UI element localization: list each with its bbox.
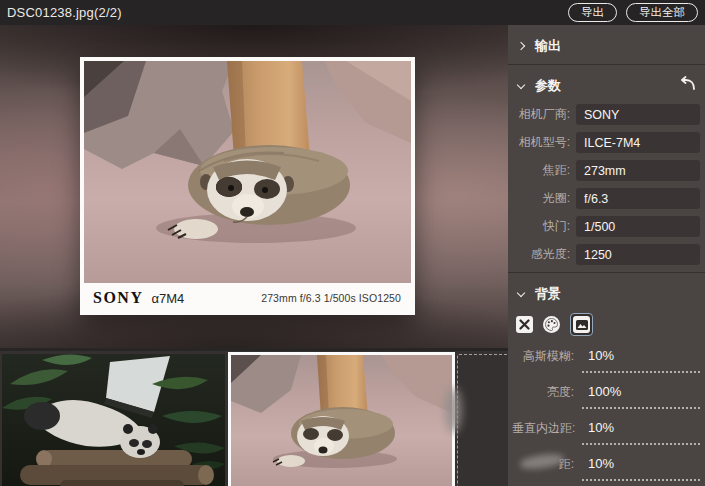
iso-input[interactable] (576, 244, 700, 265)
slider-horizontal-padding: 距: 10% (508, 454, 705, 481)
thumbnail-meerkat-selected[interactable] (228, 352, 455, 486)
aperture-input[interactable] (576, 188, 700, 209)
settings-sidebar: 输出 参数 相机厂商: 相机型号: 焦距: 光圈: 快门: 感光度: 背景 (508, 25, 705, 486)
shutter-input[interactable] (576, 216, 700, 237)
filename-title: DSC01238.jpg(2/2) (7, 5, 122, 20)
panel-params[interactable]: 参数 (508, 65, 705, 104)
palette-icon (544, 317, 559, 332)
bg-mode-color-button[interactable] (543, 316, 560, 333)
slider-gaussian-blur: 高斯模糊: 10% (508, 346, 705, 373)
field-aperture: 光圈: (508, 188, 705, 209)
field-focal-length: 焦距: (508, 160, 705, 181)
field-iso-label: 感光度: (512, 246, 570, 263)
vertical-padding-value: 10% (588, 420, 614, 435)
camera-model-input[interactable] (576, 132, 700, 153)
empty-thumbnail-slot[interactable] (457, 354, 508, 486)
bg-mode-image-button-selected[interactable] (570, 313, 593, 336)
camera-maker-input[interactable] (576, 104, 700, 125)
slider-vertical-padding: 垂直内边距: 10% (508, 418, 705, 445)
filmstrip (0, 348, 508, 486)
horizontal-padding-value: 10% (588, 456, 614, 471)
chevron-down-icon (517, 80, 525, 88)
focal-length-input[interactable] (576, 160, 700, 181)
exif-text: 273mm f/6.3 1/500s ISO1250 (261, 292, 401, 304)
panel-output-label: 输出 (535, 37, 561, 55)
meerkat-photo (84, 61, 411, 283)
x-icon (519, 319, 530, 330)
export-all-button[interactable]: 导出全部 (626, 3, 698, 22)
framed-photo-card: SONY α7M4 273mm f/6.3 1/500s ISO1250 (80, 57, 415, 315)
field-shutter-label: 快门: (512, 218, 570, 235)
gaussian-blur-label: 高斯模糊: (512, 346, 574, 365)
brightness-value: 100% (588, 384, 621, 399)
panel-params-label: 参数 (535, 77, 561, 95)
undo-icon[interactable] (679, 76, 695, 90)
thumbnail-panda[interactable] (2, 354, 225, 486)
smudge-artifact (445, 387, 462, 433)
field-focal-length-label: 焦距: (512, 162, 570, 179)
field-shutter: 快门: (508, 216, 705, 237)
chevron-right-icon (517, 42, 525, 50)
image-blur-mode (573, 316, 590, 333)
field-iso: 感光度: (508, 244, 705, 265)
background-mode-switcher (508, 312, 705, 346)
export-button[interactable]: 导出 (568, 3, 617, 22)
panel-background-label: 背景 (535, 285, 561, 303)
chevron-down-icon (517, 288, 525, 296)
brand-logo: SONY (93, 289, 143, 307)
slider-brightness: 亮度: 100% (508, 382, 705, 409)
horizontal-padding-slider[interactable]: 10% (582, 454, 700, 481)
gaussian-blur-value: 10% (588, 348, 614, 363)
export-buttons: 导出 导出全部 (568, 3, 698, 22)
vertical-padding-label: 垂直内边距: (512, 418, 574, 437)
field-aperture-label: 光圈: (512, 190, 570, 207)
vertical-padding-slider[interactable]: 10% (582, 418, 700, 445)
field-camera-maker-label: 相机厂商: (512, 106, 570, 123)
brightness-slider[interactable]: 100% (582, 382, 700, 409)
gaussian-blur-slider[interactable]: 10% (582, 346, 700, 373)
field-camera-model-label: 相机型号: (512, 134, 570, 151)
panel-output[interactable]: 输出 (508, 25, 705, 64)
panda-photo (2, 354, 225, 486)
field-camera-model: 相机型号: (508, 132, 705, 153)
brightness-label: 亮度: (512, 382, 574, 401)
image-icon (576, 320, 588, 330)
camera-model-text: α7M4 (151, 291, 184, 306)
watermark-caption: SONY α7M4 273mm f/6.3 1/500s ISO1250 (84, 283, 411, 313)
panel-background[interactable]: 背景 (508, 273, 705, 312)
titlebar: DSC01238.jpg(2/2) 导出 导出全部 (0, 0, 705, 25)
bg-mode-none-button[interactable] (516, 316, 533, 333)
field-camera-maker: 相机厂商: (508, 104, 705, 125)
preview-canvas: SONY α7M4 273mm f/6.3 1/500s ISO1250 (0, 25, 508, 348)
meerkat-thumb-photo (231, 355, 452, 486)
